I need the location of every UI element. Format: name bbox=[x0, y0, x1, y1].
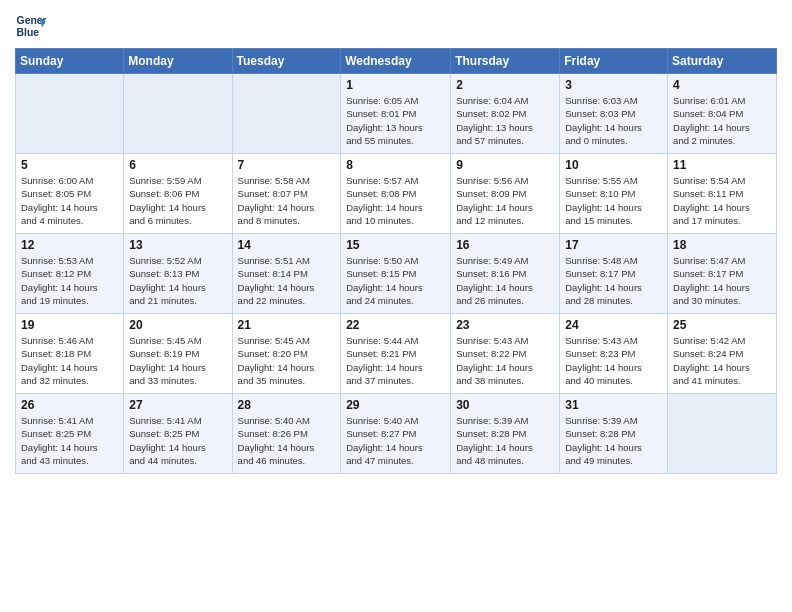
week-row-4: 19Sunrise: 5:46 AM Sunset: 8:18 PM Dayli… bbox=[16, 314, 777, 394]
day-number: 18 bbox=[673, 238, 771, 252]
day-number: 26 bbox=[21, 398, 118, 412]
calendar-cell bbox=[16, 74, 124, 154]
day-number: 15 bbox=[346, 238, 445, 252]
day-info: Sunrise: 6:04 AM Sunset: 8:02 PM Dayligh… bbox=[456, 94, 554, 147]
day-info: Sunrise: 5:42 AM Sunset: 8:24 PM Dayligh… bbox=[673, 334, 771, 387]
day-number: 3 bbox=[565, 78, 662, 92]
day-info: Sunrise: 5:52 AM Sunset: 8:13 PM Dayligh… bbox=[129, 254, 226, 307]
calendar-cell bbox=[232, 74, 341, 154]
day-info: Sunrise: 5:41 AM Sunset: 8:25 PM Dayligh… bbox=[21, 414, 118, 467]
week-row-1: 1Sunrise: 6:05 AM Sunset: 8:01 PM Daylig… bbox=[16, 74, 777, 154]
calendar-cell: 27Sunrise: 5:41 AM Sunset: 8:25 PM Dayli… bbox=[124, 394, 232, 474]
day-number: 5 bbox=[21, 158, 118, 172]
day-number: 21 bbox=[238, 318, 336, 332]
day-info: Sunrise: 5:53 AM Sunset: 8:12 PM Dayligh… bbox=[21, 254, 118, 307]
day-info: Sunrise: 5:39 AM Sunset: 8:28 PM Dayligh… bbox=[565, 414, 662, 467]
day-number: 4 bbox=[673, 78, 771, 92]
week-row-3: 12Sunrise: 5:53 AM Sunset: 8:12 PM Dayli… bbox=[16, 234, 777, 314]
day-number: 28 bbox=[238, 398, 336, 412]
calendar-cell: 31Sunrise: 5:39 AM Sunset: 8:28 PM Dayli… bbox=[560, 394, 668, 474]
col-header-saturday: Saturday bbox=[668, 49, 777, 74]
day-info: Sunrise: 5:47 AM Sunset: 8:17 PM Dayligh… bbox=[673, 254, 771, 307]
calendar-cell: 11Sunrise: 5:54 AM Sunset: 8:11 PM Dayli… bbox=[668, 154, 777, 234]
day-number: 27 bbox=[129, 398, 226, 412]
day-info: Sunrise: 5:46 AM Sunset: 8:18 PM Dayligh… bbox=[21, 334, 118, 387]
day-number: 19 bbox=[21, 318, 118, 332]
day-number: 7 bbox=[238, 158, 336, 172]
day-number: 31 bbox=[565, 398, 662, 412]
day-number: 6 bbox=[129, 158, 226, 172]
calendar-cell: 29Sunrise: 5:40 AM Sunset: 8:27 PM Dayli… bbox=[341, 394, 451, 474]
calendar-cell: 17Sunrise: 5:48 AM Sunset: 8:17 PM Dayli… bbox=[560, 234, 668, 314]
calendar-cell: 8Sunrise: 5:57 AM Sunset: 8:08 PM Daylig… bbox=[341, 154, 451, 234]
svg-text:Blue: Blue bbox=[17, 27, 40, 38]
day-info: Sunrise: 5:49 AM Sunset: 8:16 PM Dayligh… bbox=[456, 254, 554, 307]
day-number: 24 bbox=[565, 318, 662, 332]
day-info: Sunrise: 5:43 AM Sunset: 8:23 PM Dayligh… bbox=[565, 334, 662, 387]
day-number: 23 bbox=[456, 318, 554, 332]
calendar-cell: 3Sunrise: 6:03 AM Sunset: 8:03 PM Daylig… bbox=[560, 74, 668, 154]
day-number: 17 bbox=[565, 238, 662, 252]
calendar-table: SundayMondayTuesdayWednesdayThursdayFrid… bbox=[15, 48, 777, 474]
day-number: 2 bbox=[456, 78, 554, 92]
day-info: Sunrise: 5:50 AM Sunset: 8:15 PM Dayligh… bbox=[346, 254, 445, 307]
day-info: Sunrise: 5:40 AM Sunset: 8:26 PM Dayligh… bbox=[238, 414, 336, 467]
week-row-2: 5Sunrise: 6:00 AM Sunset: 8:05 PM Daylig… bbox=[16, 154, 777, 234]
day-number: 9 bbox=[456, 158, 554, 172]
day-info: Sunrise: 6:05 AM Sunset: 8:01 PM Dayligh… bbox=[346, 94, 445, 147]
day-info: Sunrise: 5:55 AM Sunset: 8:10 PM Dayligh… bbox=[565, 174, 662, 227]
header: General Blue bbox=[15, 10, 777, 42]
calendar-cell: 26Sunrise: 5:41 AM Sunset: 8:25 PM Dayli… bbox=[16, 394, 124, 474]
calendar-cell: 10Sunrise: 5:55 AM Sunset: 8:10 PM Dayli… bbox=[560, 154, 668, 234]
day-info: Sunrise: 6:03 AM Sunset: 8:03 PM Dayligh… bbox=[565, 94, 662, 147]
day-number: 13 bbox=[129, 238, 226, 252]
calendar-cell: 15Sunrise: 5:50 AM Sunset: 8:15 PM Dayli… bbox=[341, 234, 451, 314]
calendar-cell: 22Sunrise: 5:44 AM Sunset: 8:21 PM Dayli… bbox=[341, 314, 451, 394]
calendar-cell: 21Sunrise: 5:45 AM Sunset: 8:20 PM Dayli… bbox=[232, 314, 341, 394]
calendar-cell: 1Sunrise: 6:05 AM Sunset: 8:01 PM Daylig… bbox=[341, 74, 451, 154]
day-info: Sunrise: 5:39 AM Sunset: 8:28 PM Dayligh… bbox=[456, 414, 554, 467]
col-header-sunday: Sunday bbox=[16, 49, 124, 74]
day-number: 20 bbox=[129, 318, 226, 332]
col-header-friday: Friday bbox=[560, 49, 668, 74]
day-info: Sunrise: 5:41 AM Sunset: 8:25 PM Dayligh… bbox=[129, 414, 226, 467]
day-number: 30 bbox=[456, 398, 554, 412]
calendar-cell: 28Sunrise: 5:40 AM Sunset: 8:26 PM Dayli… bbox=[232, 394, 341, 474]
col-header-wednesday: Wednesday bbox=[341, 49, 451, 74]
day-number: 1 bbox=[346, 78, 445, 92]
calendar-cell: 9Sunrise: 5:56 AM Sunset: 8:09 PM Daylig… bbox=[451, 154, 560, 234]
col-header-tuesday: Tuesday bbox=[232, 49, 341, 74]
header-row: SundayMondayTuesdayWednesdayThursdayFrid… bbox=[16, 49, 777, 74]
calendar-cell bbox=[668, 394, 777, 474]
calendar-cell: 16Sunrise: 5:49 AM Sunset: 8:16 PM Dayli… bbox=[451, 234, 560, 314]
day-info: Sunrise: 5:48 AM Sunset: 8:17 PM Dayligh… bbox=[565, 254, 662, 307]
calendar-cell: 4Sunrise: 6:01 AM Sunset: 8:04 PM Daylig… bbox=[668, 74, 777, 154]
calendar-cell: 19Sunrise: 5:46 AM Sunset: 8:18 PM Dayli… bbox=[16, 314, 124, 394]
calendar-cell: 6Sunrise: 5:59 AM Sunset: 8:06 PM Daylig… bbox=[124, 154, 232, 234]
day-info: Sunrise: 5:58 AM Sunset: 8:07 PM Dayligh… bbox=[238, 174, 336, 227]
calendar-cell: 7Sunrise: 5:58 AM Sunset: 8:07 PM Daylig… bbox=[232, 154, 341, 234]
day-info: Sunrise: 6:01 AM Sunset: 8:04 PM Dayligh… bbox=[673, 94, 771, 147]
calendar-cell: 25Sunrise: 5:42 AM Sunset: 8:24 PM Dayli… bbox=[668, 314, 777, 394]
day-number: 25 bbox=[673, 318, 771, 332]
calendar-cell: 2Sunrise: 6:04 AM Sunset: 8:02 PM Daylig… bbox=[451, 74, 560, 154]
day-info: Sunrise: 5:51 AM Sunset: 8:14 PM Dayligh… bbox=[238, 254, 336, 307]
day-info: Sunrise: 6:00 AM Sunset: 8:05 PM Dayligh… bbox=[21, 174, 118, 227]
calendar-cell: 18Sunrise: 5:47 AM Sunset: 8:17 PM Dayli… bbox=[668, 234, 777, 314]
day-number: 11 bbox=[673, 158, 771, 172]
calendar-cell: 20Sunrise: 5:45 AM Sunset: 8:19 PM Dayli… bbox=[124, 314, 232, 394]
calendar-cell: 23Sunrise: 5:43 AM Sunset: 8:22 PM Dayli… bbox=[451, 314, 560, 394]
calendar-cell: 5Sunrise: 6:00 AM Sunset: 8:05 PM Daylig… bbox=[16, 154, 124, 234]
day-info: Sunrise: 5:44 AM Sunset: 8:21 PM Dayligh… bbox=[346, 334, 445, 387]
day-number: 10 bbox=[565, 158, 662, 172]
calendar-cell: 14Sunrise: 5:51 AM Sunset: 8:14 PM Dayli… bbox=[232, 234, 341, 314]
calendar-cell bbox=[124, 74, 232, 154]
col-header-thursday: Thursday bbox=[451, 49, 560, 74]
day-number: 29 bbox=[346, 398, 445, 412]
calendar-cell: 24Sunrise: 5:43 AM Sunset: 8:23 PM Dayli… bbox=[560, 314, 668, 394]
calendar-cell: 30Sunrise: 5:39 AM Sunset: 8:28 PM Dayli… bbox=[451, 394, 560, 474]
day-info: Sunrise: 5:54 AM Sunset: 8:11 PM Dayligh… bbox=[673, 174, 771, 227]
week-row-5: 26Sunrise: 5:41 AM Sunset: 8:25 PM Dayli… bbox=[16, 394, 777, 474]
logo-icon: General Blue bbox=[15, 10, 47, 42]
day-number: 8 bbox=[346, 158, 445, 172]
